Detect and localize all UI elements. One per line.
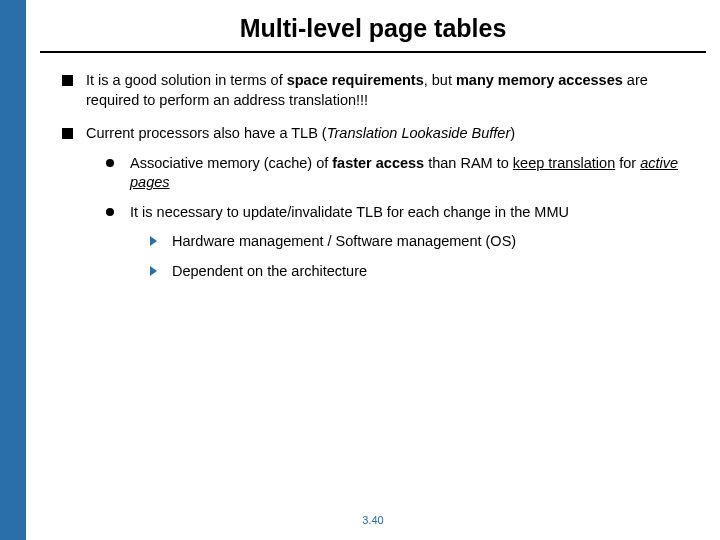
text: Current processors also have a TLB (: [86, 125, 327, 141]
text: It is a good solution in terms of: [86, 72, 287, 88]
text-underline: keep translation: [513, 155, 615, 171]
bullet-2: Current processors also have a TLB (Tran…: [62, 124, 692, 281]
text-bold: many memory accesses: [456, 72, 623, 88]
bullet-2b2: Dependent on the architecture: [150, 262, 692, 282]
text: Dependent on the architecture: [172, 263, 367, 279]
text: , but: [424, 72, 456, 88]
text-bold: faster access: [332, 155, 424, 171]
text-italic: Translation Lookaside Buffer: [327, 125, 511, 141]
bullet-2a: Associative memory (cache) of faster acc…: [106, 154, 692, 193]
text-bold: space requirements: [287, 72, 424, 88]
text: It is necessary to update/invalidate TLB…: [130, 204, 569, 220]
text: Associative memory (cache) of: [130, 155, 332, 171]
slide: Multi-level page tables It is a good sol…: [26, 0, 720, 540]
bullet-2b: It is necessary to update/invalidate TLB…: [106, 203, 692, 282]
bullet-2b1: Hardware management / Software managemen…: [150, 232, 692, 252]
bullet-1: It is a good solution in terms of space …: [62, 71, 692, 110]
sidebar-accent: [0, 0, 26, 540]
text: than RAM to: [424, 155, 513, 171]
title-rule: [40, 51, 706, 53]
page-number: 3.40: [26, 514, 720, 526]
text: Hardware management / Software managemen…: [172, 233, 516, 249]
text: for: [615, 155, 640, 171]
text: ): [510, 125, 515, 141]
slide-title: Multi-level page tables: [26, 14, 720, 43]
slide-content: It is a good solution in terms of space …: [26, 71, 720, 282]
